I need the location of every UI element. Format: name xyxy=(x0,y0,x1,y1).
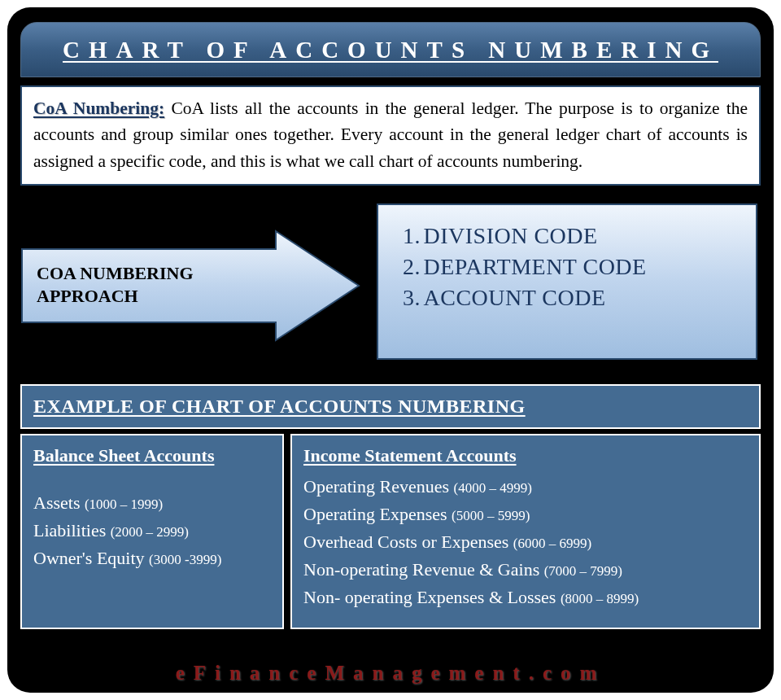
item-name: Assets xyxy=(33,492,80,513)
list-item: Non- operating Expenses & Losses (8000 –… xyxy=(303,584,749,611)
code-text: ACCOUNT CODE xyxy=(424,285,606,310)
item-range: (3000 -3999) xyxy=(149,552,221,567)
item-range: (1000 – 1999) xyxy=(85,497,163,512)
item-name: Operating Revenues xyxy=(303,476,449,497)
item-range: (6000 – 6999) xyxy=(513,536,591,551)
diagram-frame: CHART OF ACCOUNTS NUMBERING CoA Numberin… xyxy=(7,7,774,693)
item-name: Operating Expenses xyxy=(303,504,447,524)
item-name: Non-operating Revenue & Gains xyxy=(303,559,539,580)
list-item: Operating Expenses (5000 – 5999) xyxy=(303,501,749,528)
list-item: Owner's Equity (3000 -3999) xyxy=(33,545,273,572)
list-item: Overhead Costs or Expenses (6000 – 6999) xyxy=(303,528,749,556)
list-item: Liabilities (2000 – 2999) xyxy=(33,517,273,545)
list-item: Assets (1000 – 1999) xyxy=(33,489,273,517)
code-text: DEPARTMENT CODE xyxy=(424,254,647,279)
item-range: (5000 – 5999) xyxy=(452,508,530,523)
item-range: (4000 – 4999) xyxy=(454,480,532,496)
code-item: DEPARTMENT CODE xyxy=(403,254,748,280)
approach-arrow: COA NUMBERING APPROACH xyxy=(20,230,362,342)
approach-label-l2: APPROACH xyxy=(37,286,138,306)
example-columns: Balance Sheet Accounts Assets (1000 – 19… xyxy=(20,434,761,629)
footer-brand: eFinanceManagement.com xyxy=(7,662,774,685)
page-title: CHART OF ACCOUNTS NUMBERING xyxy=(20,22,761,77)
code-item: ACCOUNT CODE xyxy=(403,285,748,311)
income-statement-title: Income Statement Accounts xyxy=(303,445,749,466)
item-name: Overhead Costs or Expenses xyxy=(303,532,508,552)
list-item: Operating Revenues (4000 – 4999) xyxy=(303,473,749,501)
item-name: Non- operating Expenses & Losses xyxy=(303,587,556,607)
item-name: Liabilities xyxy=(33,520,106,540)
approach-label: COA NUMBERING APPROACH xyxy=(37,262,256,308)
description-box: CoA Numbering: CoA lists all the account… xyxy=(20,85,761,186)
approach-row: COA NUMBERING APPROACH DIVISION CODE DEP… xyxy=(20,200,761,371)
list-item: Non-operating Revenue & Gains (7000 – 79… xyxy=(303,556,749,584)
item-range: (8000 – 8999) xyxy=(561,591,639,606)
balance-sheet-column: Balance Sheet Accounts Assets (1000 – 19… xyxy=(20,434,284,629)
item-range: (7000 – 7999) xyxy=(544,563,622,579)
income-statement-column: Income Statement Accounts Operating Reve… xyxy=(290,434,761,629)
balance-sheet-title: Balance Sheet Accounts xyxy=(33,445,273,466)
description-lead: CoA Numbering: xyxy=(33,98,164,118)
example-header: EXAMPLE OF CHART OF ACCOUNTS NUMBERING xyxy=(20,384,761,429)
code-text: DIVISION CODE xyxy=(424,223,598,248)
code-item: DIVISION CODE xyxy=(403,223,748,249)
item-range: (2000 – 2999) xyxy=(111,524,189,540)
codes-box: DIVISION CODE DEPARTMENT CODE ACCOUNT CO… xyxy=(377,203,757,360)
approach-label-l1: COA NUMBERING xyxy=(37,263,194,283)
item-name: Owner's Equity xyxy=(33,548,145,568)
